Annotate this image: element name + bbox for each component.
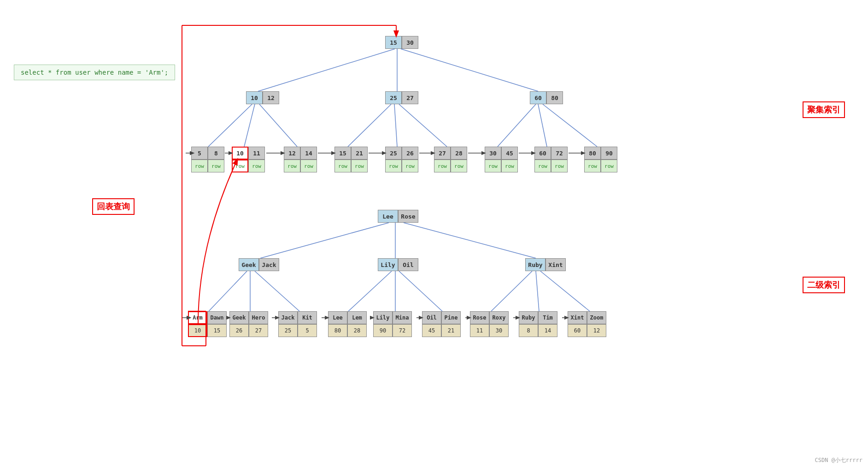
sec-leaf-8: Xint Zoom 60 12 (568, 311, 606, 337)
svg-line-28 (209, 271, 247, 311)
svg-line-15 (543, 104, 597, 147)
cluster-leaf-6: 30 45 row row (485, 147, 518, 172)
svg-line-27 (404, 223, 536, 258)
svg-line-36 (540, 271, 590, 311)
sec-leaf-0: Arm Dawn 10 15 (188, 311, 227, 337)
sec-l1-2: Ruby Xint (525, 258, 566, 271)
svg-line-9 (259, 104, 297, 147)
sec-leaf-3: Lee Lem 80 28 (328, 311, 367, 337)
svg-line-6 (401, 49, 538, 91)
sql-box: select * from user where name = 'Arm'; (14, 65, 175, 80)
svg-line-13 (498, 104, 536, 147)
cluster-leaf-1: 10 11 row row (232, 147, 265, 172)
svg-line-31 (348, 271, 392, 311)
svg-line-10 (348, 104, 391, 147)
sec-leaf-1: Geek Hero 26 27 (229, 311, 268, 337)
cluster-leaf-8: 80 90 row row (584, 147, 617, 172)
label-huibiao: 回表查询 (92, 198, 135, 215)
svg-line-12 (399, 104, 447, 147)
sec-leaf-6: Rose Roxy 11 30 (470, 311, 509, 337)
svg-line-30 (255, 271, 299, 311)
svg-line-25 (260, 223, 389, 258)
cluster-leaf-3: 15 21 row row (334, 147, 368, 172)
sec-root: Lee Rose (378, 210, 418, 223)
svg-line-33 (399, 271, 442, 311)
sec-l1-0: Geek Jack (239, 258, 279, 271)
sec-leaf-4: Lily Mina 90 72 (373, 311, 412, 337)
sec-l1-1: Lily Oil (378, 258, 418, 271)
cluster-root: 15 30 (385, 36, 418, 49)
svg-line-8 (244, 104, 255, 147)
cluster-l1-1: 25 27 (385, 91, 418, 104)
svg-line-4 (258, 49, 395, 91)
sec-leaf-7: Ruby Tim 8 14 (519, 311, 557, 337)
cluster-leaf-7: 60 72 row row (534, 147, 568, 172)
svg-line-35 (536, 271, 539, 311)
sql-text: select * from user where name = 'Arm'; (21, 69, 168, 76)
cluster-leaf-5: 27 28 row row (434, 147, 467, 172)
cluster-root-cell1: 30 (402, 36, 418, 49)
svg-line-7 (208, 104, 252, 147)
svg-line-34 (491, 271, 532, 311)
cluster-root-cell0: 15 (385, 36, 402, 49)
cluster-leaf-4: 25 26 row row (385, 147, 418, 172)
sec-leaf-5: Oil Pine 45 21 (422, 311, 461, 337)
cluster-leaf-2: 12 14 row row (284, 147, 317, 172)
page-container: select * from user where name = 'Arm'; 聚… (0, 0, 868, 468)
sec-leaf-2: Jack Kit 25 5 (278, 311, 317, 337)
watermark: CSDN @小七rrrrr (815, 456, 862, 464)
cluster-l1-0: 10 12 (246, 91, 279, 104)
svg-line-14 (538, 104, 547, 147)
label-juji: 聚集索引 (803, 101, 845, 118)
cluster-leaf-0: 5 8 row row (191, 147, 224, 172)
label-erji: 二级索引 (803, 277, 845, 293)
svg-line-11 (394, 104, 397, 147)
cluster-l1-2: 60 80 (530, 91, 563, 104)
